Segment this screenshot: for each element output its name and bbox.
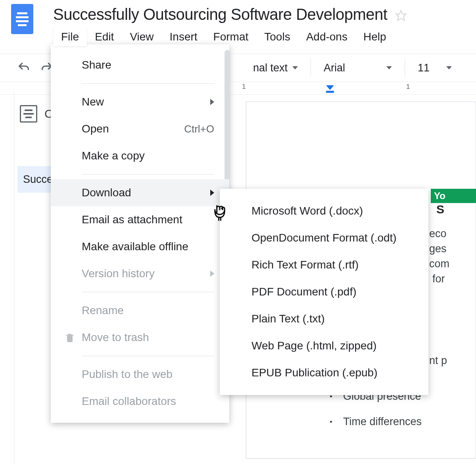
submenu-item-docx[interactable]: Microsoft Word (.docx) bbox=[220, 197, 428, 224]
track-changes-badge: Yo bbox=[431, 189, 476, 203]
chevron-down-icon bbox=[446, 66, 452, 69]
separator bbox=[82, 174, 214, 174]
paragraph-style-label: nal text bbox=[253, 62, 288, 74]
submenu-item-html[interactable]: Web Page (.html, zipped) bbox=[220, 332, 428, 359]
menu-item-version-history[interactable]: Version history bbox=[51, 260, 229, 287]
menubar: File Edit View Insert Format Tools Add-o… bbox=[53, 27, 468, 46]
font-size-dropdown[interactable]: 11 bbox=[412, 62, 457, 74]
menu-item-move-to-trash[interactable]: Move to trash bbox=[51, 324, 229, 351]
separator bbox=[82, 83, 214, 84]
menu-item-label: Make a copy bbox=[82, 150, 145, 162]
svg-marker-0 bbox=[396, 10, 406, 20]
submenu-item-label: OpenDocument Format (.odt) bbox=[251, 232, 397, 244]
bullet-icon bbox=[330, 395, 332, 397]
ruler-number: 1 bbox=[406, 83, 410, 91]
bullet-icon bbox=[330, 421, 332, 423]
separator bbox=[405, 59, 405, 77]
list-item: Time differences bbox=[330, 416, 422, 428]
menu-tools[interactable]: Tools bbox=[256, 27, 298, 46]
submenu-item-label: Web Page (.html, zipped) bbox=[251, 339, 376, 352]
submenu-item-epub[interactable]: EPUB Publication (.epub) bbox=[220, 359, 428, 386]
menu-help[interactable]: Help bbox=[355, 27, 394, 46]
google-docs-logo-icon[interactable] bbox=[11, 4, 33, 34]
menu-item-label: Rename bbox=[82, 304, 124, 317]
menu-addons[interactable]: Add-ons bbox=[298, 27, 355, 46]
undo-button[interactable] bbox=[16, 60, 32, 76]
font-family-label: Arial bbox=[324, 62, 345, 74]
menu-file[interactable]: File bbox=[53, 27, 87, 46]
menu-item-make-available-offline[interactable]: Make available offline bbox=[51, 233, 229, 260]
submenu-item-odt[interactable]: OpenDocument Format (.odt) bbox=[220, 224, 428, 251]
submenu-item-pdf[interactable]: PDF Document (.pdf) bbox=[220, 278, 428, 305]
submenu-item-label: Plain Text (.txt) bbox=[251, 313, 325, 325]
menu-item-label: Share bbox=[82, 59, 111, 71]
chevron-down-icon bbox=[292, 66, 298, 69]
ruler-number: 1 bbox=[242, 83, 246, 91]
trash-icon bbox=[64, 332, 75, 343]
menu-item-label: New bbox=[82, 96, 104, 108]
menu-item-open[interactable]: Open Ctrl+O bbox=[51, 115, 229, 142]
menu-item-label: Version history bbox=[82, 267, 155, 280]
paragraph-style-dropdown[interactable]: nal text bbox=[248, 62, 303, 74]
menu-insert[interactable]: Insert bbox=[162, 27, 205, 46]
menu-item-publish-to-web[interactable]: Publish to the web bbox=[51, 361, 229, 388]
menu-item-label: Email as attachment bbox=[82, 213, 182, 226]
submenu-item-label: PDF Document (.pdf) bbox=[251, 286, 357, 298]
separator bbox=[311, 59, 311, 77]
menu-item-new[interactable]: New bbox=[51, 88, 229, 115]
menu-item-label: Make available offline bbox=[82, 240, 188, 253]
menu-item-label: Open bbox=[82, 123, 109, 135]
body-text: nt p bbox=[429, 355, 476, 367]
menu-item-download[interactable]: Download bbox=[51, 179, 229, 206]
body-text: eco bbox=[429, 228, 476, 240]
menu-format[interactable]: Format bbox=[205, 27, 257, 46]
menu-view[interactable]: View bbox=[122, 27, 161, 46]
star-icon[interactable] bbox=[395, 10, 407, 21]
menu-item-share[interactable]: Share bbox=[51, 52, 229, 79]
body-text: ges bbox=[429, 243, 476, 255]
menu-item-label: Download bbox=[82, 186, 131, 199]
body-text: com bbox=[429, 258, 476, 270]
menu-shortcut: Ctrl+O bbox=[184, 123, 214, 135]
vertical-ruler[interactable] bbox=[0, 92, 14, 464]
font-size-label: 11 bbox=[418, 62, 430, 74]
app-header: Successfully Outsourcing Software Develo… bbox=[0, 0, 476, 46]
separator bbox=[82, 356, 214, 356]
menu-item-label: Move to trash bbox=[82, 331, 149, 344]
submenu-arrow-icon bbox=[210, 99, 214, 105]
submenu-arrow-icon bbox=[210, 190, 214, 196]
separator bbox=[82, 292, 214, 292]
body-text: S bbox=[436, 203, 476, 216]
indent-marker-icon[interactable] bbox=[326, 85, 334, 93]
submenu-item-txt[interactable]: Plain Text (.txt) bbox=[220, 305, 428, 332]
submenu-item-label: Rich Text Format (.rtf) bbox=[251, 259, 359, 271]
body-text: Time differences bbox=[343, 416, 422, 428]
menu-edit[interactable]: Edit bbox=[87, 27, 122, 46]
submenu-item-rtf[interactable]: Rich Text Format (.rtf) bbox=[220, 251, 428, 278]
file-menu-dropdown: Share New Open Ctrl+O Make a copy Downlo… bbox=[51, 44, 229, 423]
mouse-cursor-icon bbox=[212, 204, 228, 223]
menu-item-email-attachment[interactable]: Email as attachment bbox=[51, 206, 229, 233]
document-title[interactable]: Successfully Outsourcing Software Develo… bbox=[53, 4, 387, 27]
submenu-item-label: EPUB Publication (.epub) bbox=[251, 366, 378, 379]
body-text: for bbox=[432, 273, 476, 285]
font-family-dropdown[interactable]: Arial bbox=[318, 62, 397, 74]
download-submenu: Microsoft Word (.docx) OpenDocument Form… bbox=[220, 189, 428, 395]
chevron-down-icon bbox=[386, 66, 392, 69]
submenu-arrow-icon bbox=[210, 270, 214, 277]
outline-toggle-icon[interactable] bbox=[20, 105, 37, 123]
menu-item-email-collaborators[interactable]: Email collaborators bbox=[51, 388, 229, 415]
menu-item-label: Email collaborators bbox=[82, 395, 176, 408]
menu-item-rename[interactable]: Rename bbox=[51, 297, 229, 324]
submenu-item-label: Microsoft Word (.docx) bbox=[251, 205, 363, 217]
menu-item-label: Publish to the web bbox=[82, 368, 173, 381]
menu-item-make-a-copy[interactable]: Make a copy bbox=[51, 142, 229, 169]
